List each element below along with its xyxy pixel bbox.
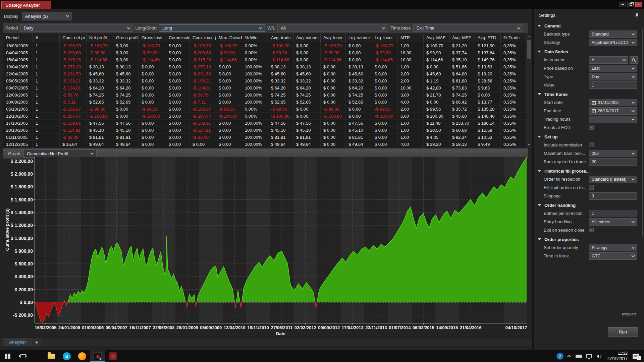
ninjatrader-button[interactable]: 8 <box>90 350 105 362</box>
skype-button[interactable]: S <box>59 350 74 362</box>
column-header[interactable]: Gross profit <box>113 34 139 42</box>
column-header[interactable]: Avg. MAE <box>424 34 449 42</box>
minimize-button[interactable] <box>619 2 626 7</box>
red-app-button[interactable] <box>105 350 121 362</box>
scrollbar-thumb[interactable] <box>527 40 531 59</box>
close-button[interactable]: × <box>635 2 642 7</box>
setting-price-based-on-dropdown[interactable]: Last <box>589 65 637 72</box>
table-cell: $ 47,56 <box>87 120 113 126</box>
tray-expand-button[interactable] <box>566 350 573 362</box>
table-row[interactable]: 12/08/20051-$ 59,76$ 74,25$ 74,25$ 0,00$… <box>3 92 532 99</box>
restore-button[interactable] <box>627 2 634 7</box>
column-header[interactable]: Max. Drawd <box>216 34 242 42</box>
settings-scrollbar[interactable] <box>642 29 643 237</box>
setting-start-date-picker[interactable]: 01/01/2005 <box>589 99 637 106</box>
column-header[interactable]: Cum. net pr <box>60 34 87 42</box>
pin-icon[interactable] <box>635 13 639 18</box>
column-header[interactable]: % Win <box>242 34 268 42</box>
table-row[interactable]: 12/10/20051-$ 207,47-$ 100,80$ 0,00-$ 10… <box>3 113 532 120</box>
setting-break-at-eod-checkbox[interactable]: ✓ <box>589 125 594 130</box>
window-title-tab[interactable]: Strategy Analyzer <box>1 1 51 9</box>
scroll-down-icon[interactable]: ▼ <box>526 142 532 148</box>
table-row[interactable]: 17/10/20051-$ 159,91$ 47,56$ 47,56$ 0,00… <box>3 120 532 127</box>
browser-button[interactable] <box>74 350 90 362</box>
analysis-table: Period#Cum. net prNet profitGross profit… <box>3 34 532 148</box>
setting-trading-hours-dropdown[interactable] <box>589 116 637 123</box>
setting-backtest-type-dropdown[interactable]: Standard <box>589 31 637 38</box>
settings-category-historical-fill-proces-[interactable]: Historical fill proces... <box>534 167 644 175</box>
setting-order-fill-resolution-dropdown[interactable]: Standard (Fastest) <box>589 176 637 183</box>
battery-button[interactable] <box>573 350 584 362</box>
volume-button[interactable] <box>594 350 605 362</box>
setting-strategy-dropdown[interactable]: AlgotraderPLusCCI <box>589 39 637 46</box>
column-header[interactable]: Avg. MFE <box>449 34 475 42</box>
table-row[interactable]: 05/05/20051-$ 198,21$ 33,32$ 33,32$ 0,00… <box>3 77 532 84</box>
run-button[interactable]: Run <box>608 327 638 337</box>
column-header[interactable]: Commissio <box>166 34 190 42</box>
settings-category-data-series[interactable]: Data Series <box>534 48 644 56</box>
settings-category-general[interactable]: General <box>534 22 644 30</box>
setting-fill-limit-orders-on-to-checkbox[interactable] <box>589 185 594 190</box>
table-cell: $ 45,60 <box>87 70 113 77</box>
setting-time-in-force-dropdown[interactable]: GTC <box>589 252 637 260</box>
column-header[interactable]: Lrg. winner <box>346 34 372 42</box>
setting-instrument-dropdown[interactable]: A <box>589 56 628 64</box>
display-dropdown[interactable]: Analysis ($) <box>22 12 72 20</box>
table-row[interactable]: 16/03/20051-$ 100,70-$ 100,70$ 0,00-$ 10… <box>3 42 532 49</box>
start-button[interactable] <box>0 350 15 362</box>
action-center-button[interactable]: 1 <box>630 350 644 362</box>
table-row[interactable]: 15/04/20051-$ 315,26-$ 114,66$ 0,00-$ 11… <box>3 56 532 63</box>
table-row[interactable]: 20/10/20051-$ 114,81$ 45,10$ 45,10$ 0,00… <box>3 127 532 134</box>
setting-include-commission-checkbox[interactable] <box>589 142 594 147</box>
setting-maximum-bars-look-dropdown[interactable]: 256 <box>589 150 637 157</box>
table-row[interactable]: 19/04/20051-$ 277,13$ 38,13$ 38,13$ 0,00… <box>3 63 532 70</box>
settings-category-set-up[interactable]: Set up <box>534 133 644 141</box>
column-header[interactable]: % Trade <box>501 34 526 42</box>
settings-category-order-handling[interactable]: Order handling <box>534 201 644 209</box>
table-cell: $ 52,65 <box>293 99 321 105</box>
table-row[interactable]: 05/10/20051-$ 106,67-$ 99,56$ 0,00-$ 99,… <box>3 106 532 113</box>
table-row[interactable]: 22/04/20051-$ 231,53$ 45,60$ 45,60$ 0,00… <box>3 70 532 77</box>
network-button[interactable] <box>584 350 594 362</box>
tab-analyzer[interactable]: Analyzer <box>3 338 32 346</box>
column-header[interactable]: Avg. winner <box>293 34 321 42</box>
setting-bars-required-to-trade-input[interactable]: 20 <box>589 158 637 166</box>
setting-end-date-picker[interactable]: 26/10/2017 <box>589 107 637 115</box>
table-scrollbar[interactable]: ▲ ▼ <box>526 34 532 148</box>
setting-slippage-input[interactable]: 0 <box>589 192 637 200</box>
table-row[interactable]: 12/12/20051$ 16,64$ 49,64$ 49,64$ 0,00$ … <box>3 141 532 148</box>
scroll-up-icon[interactable]: ▲ <box>526 34 532 39</box>
setting-type-dropdown[interactable]: Day <box>589 73 637 80</box>
column-header[interactable]: Avg. trade <box>268 34 293 42</box>
setting-entries-per-direction-input[interactable]: 1 <box>589 210 637 217</box>
table-row[interactable]: 04/04/20051-$ 200,60-$ 99,90$ 0,00-$ 99,… <box>3 49 532 56</box>
setting-exit-on-session-close-checkbox[interactable]: ✓ <box>589 228 594 232</box>
setting-value-input[interactable]: 1 <box>589 81 637 89</box>
table-row[interactable]: 08/07/20051-$ 134,01$ 64,20$ 64,20$ 0,00… <box>3 84 532 92</box>
filter-dropdown-time-base[interactable]: Exit Time <box>413 24 523 32</box>
column-header[interactable]: # <box>33 34 60 42</box>
setting-set-order-quantity-dropdown[interactable]: Strategy <box>589 244 637 251</box>
column-header[interactable]: MTR <box>398 34 424 42</box>
column-header[interactable]: Lrg. loser <box>372 34 398 42</box>
setting-entry-handling-dropdown[interactable]: All entries <box>589 218 637 226</box>
add-tab-button[interactable]: + <box>32 338 41 346</box>
settings-category-order-properties[interactable]: Order properties <box>534 235 644 244</box>
column-header[interactable]: Avg. ETD <box>475 34 501 42</box>
task-view-button[interactable] <box>15 350 31 362</box>
column-header[interactable]: Avg. loser <box>321 34 346 42</box>
column-header[interactable]: Net profit <box>87 34 113 42</box>
column-header[interactable]: Period <box>3 34 33 42</box>
column-header[interactable]: Gross loss <box>139 34 166 42</box>
filter-dropdown-w-l[interactable]: All <box>277 24 388 32</box>
table-row[interactable]: 01/11/20051-$ 33,00$ 81,81$ 81,81$ 0,00$… <box>3 134 532 141</box>
instrument-search-button[interactable] <box>630 56 638 64</box>
table-row[interactable]: 30/08/20051-$ 7,11$ 52,65$ 52,65$ 0,00$ … <box>3 99 532 106</box>
filter-dropdown-period[interactable]: Daily <box>20 24 133 32</box>
taskbar-clock[interactable]: 11:22 27/10/2017 <box>605 351 630 361</box>
file-explorer-button[interactable] <box>44 350 59 362</box>
help-tray-button[interactable]: ? <box>554 350 566 362</box>
filter-dropdown-long-short[interactable]: Long <box>159 24 265 32</box>
column-header[interactable]: Cum. max. ( <box>190 34 216 42</box>
settings-category-time-frame[interactable]: Time frame <box>534 90 644 99</box>
